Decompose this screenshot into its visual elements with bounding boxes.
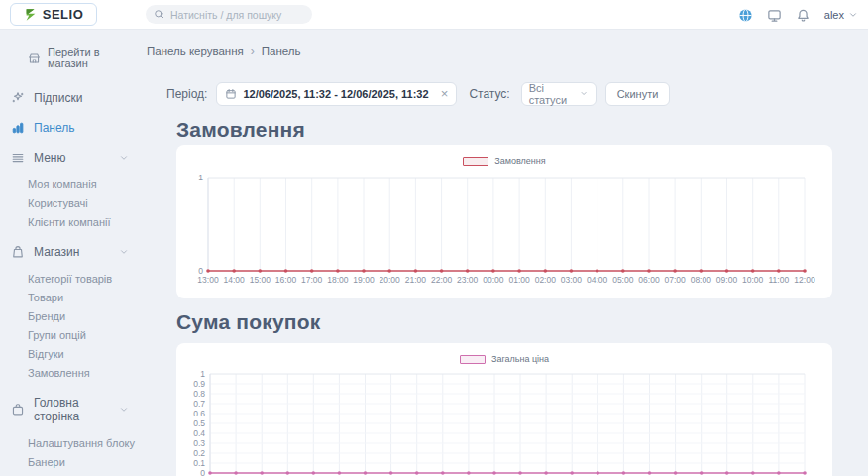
svg-text:04:00: 04:00 [587, 275, 608, 285]
svg-text:0.5: 0.5 [193, 418, 205, 428]
sidebar-subitem[interactable]: Групи опцій [28, 325, 139, 344]
svg-text:14:00: 14:00 [224, 275, 246, 285]
sidebar-item-label: Магазин [34, 245, 110, 259]
bell-icon[interactable] [796, 7, 812, 23]
user-menu[interactable]: alex [824, 9, 858, 21]
period-range-input[interactable]: × [216, 82, 457, 106]
svg-text:12:00: 12:00 [794, 275, 815, 285]
svg-text:16:00: 16:00 [275, 275, 297, 285]
svg-text:15:00: 15:00 [250, 275, 271, 285]
svg-text:08:00: 08:00 [691, 275, 712, 285]
sidebar-subitem[interactable]: Користувачі [28, 193, 139, 212]
main-content: Панель керування › Панель Період: × Стат… [139, 30, 868, 476]
sidebar-subitem[interactable]: Бренди [28, 306, 139, 325]
svg-text:0.3: 0.3 [193, 438, 205, 448]
search-box[interactable] [146, 5, 312, 24]
sparkles-icon [11, 91, 25, 105]
svg-text:0.4: 0.4 [193, 428, 205, 438]
sidebar-item-2[interactable]: Меню [0, 143, 139, 173]
purchases-chart-title: Сума покупок [176, 310, 868, 334]
svg-text:23:00: 23:00 [457, 275, 479, 285]
sidebar-subitem[interactable]: Замовлення [28, 363, 139, 382]
bag-icon [11, 245, 25, 259]
chevron-down-icon [119, 405, 129, 415]
svg-text:1: 1 [198, 173, 203, 182]
chevron-down-icon [119, 247, 129, 257]
svg-text:17:00: 17:00 [301, 275, 323, 285]
svg-text:11:00: 11:00 [768, 275, 789, 285]
sidebar-submenu: Моя компаніяКористувачіКлієнти компанії [0, 173, 139, 237]
orders-line-chart: 1013:0014:0015:0016:0017:0018:0019:0020:… [184, 169, 824, 287]
sidebar-subitem[interactable]: Налаштування блоку [28, 433, 139, 452]
breadcrumb-item-panel[interactable]: Панель [262, 45, 301, 57]
sidebar-item-4[interactable]: Головна сторінка [0, 388, 139, 431]
legend-label: Замовлення [494, 156, 545, 166]
purchases-line-chart: 10.90.80.70.60.50.40.30.20.1013:0014:001… [184, 367, 824, 476]
orders-chart-card: Замовлення 1013:0014:0015:0016:0017:0018… [176, 145, 832, 298]
logo-text: SELIO [43, 7, 84, 22]
sidebar-subitem[interactable]: Клієнти компанії [28, 212, 139, 231]
status-label: Статус: [469, 87, 509, 101]
search-icon [154, 9, 164, 20]
legend-swatch [460, 355, 486, 364]
svg-text:0.1: 0.1 [193, 458, 205, 468]
svg-text:18:00: 18:00 [327, 275, 349, 285]
calendar-icon [225, 88, 237, 100]
logo-icon [24, 8, 38, 22]
svg-text:07:00: 07:00 [664, 275, 686, 285]
svg-text:02:00: 02:00 [535, 275, 557, 285]
sidebar-subitem[interactable]: Сторінки [28, 471, 139, 476]
legend-swatch [463, 157, 488, 166]
username: alex [824, 9, 844, 21]
sidebar-item-3[interactable]: Магазин [0, 237, 139, 267]
chevron-down-icon [119, 153, 129, 163]
svg-text:0.6: 0.6 [193, 409, 205, 418]
sidebar-submenu: Категорії товарівТовариБрендиГрупи опцій… [0, 267, 139, 388]
status-select[interactable]: Всі статуси [521, 82, 597, 106]
sidebar-subitem[interactable]: Відгуки [28, 344, 139, 363]
chart-icon [11, 121, 25, 135]
purchases-chart-card: Загальна ціна 10.90.80.70.60.50.40.30.20… [176, 343, 832, 476]
sidebar-item-0[interactable]: Підписки [0, 83, 139, 113]
chevron-down-icon [848, 10, 858, 20]
period-label: Період: [166, 87, 207, 101]
sidebar-nav: ПідпискиПанельМенюМоя компаніяКористувач… [0, 83, 139, 476]
reset-button[interactable]: Скинути [605, 82, 671, 106]
clear-period-icon[interactable]: × [441, 87, 449, 100]
sidebar-item-label: Меню [34, 151, 110, 165]
sidebar-item-label: Головна сторінка [34, 396, 110, 423]
top-header: SELIO alex [0, 0, 868, 30]
globe-icon[interactable] [738, 7, 754, 23]
legend-label: Загальна ціна [491, 354, 549, 364]
search-input[interactable] [170, 9, 299, 21]
chart-legend: Загальна ціна [184, 351, 824, 367]
svg-text:0: 0 [200, 468, 205, 476]
svg-text:13:00: 13:00 [197, 275, 219, 285]
svg-text:21:00: 21:00 [405, 275, 427, 285]
orders-chart-title: Замовлення [176, 118, 868, 142]
svg-text:01:00: 01:00 [508, 275, 530, 285]
svg-text:19:00: 19:00 [353, 275, 375, 285]
sidebar-subitem[interactable]: Категорії товарів [28, 269, 139, 288]
svg-text:20:00: 20:00 [380, 275, 401, 285]
svg-text:09:00: 09:00 [716, 275, 738, 285]
display-icon[interactable] [767, 7, 783, 23]
sidebar-submenu: Налаштування блокуБанериСторінкиНовини/Б… [0, 431, 139, 476]
svg-text:06:00: 06:00 [638, 275, 660, 285]
svg-text:0.9: 0.9 [193, 379, 205, 389]
svg-text:1: 1 [200, 369, 205, 379]
svg-text:03:00: 03:00 [561, 275, 583, 285]
go-to-store-link[interactable]: Перейти в магазин [28, 46, 139, 69]
breadcrumb-separator: › [251, 44, 255, 58]
breadcrumb-item-dashboard[interactable]: Панель керування [147, 45, 244, 57]
sidebar-item-label: Підписки [34, 91, 129, 105]
sidebar-item-label: Панель [34, 121, 129, 135]
sidebar-subitem[interactable]: Товари [28, 288, 139, 306]
period-value-input[interactable] [243, 88, 434, 100]
sidebar-subitem[interactable]: Моя компанія [28, 175, 139, 193]
sidebar-item-1[interactable]: Панель [0, 113, 139, 143]
case-icon [11, 403, 25, 416]
svg-text:10:00: 10:00 [742, 275, 764, 285]
sidebar-subitem[interactable]: Банери [28, 452, 139, 471]
logo[interactable]: SELIO [10, 3, 97, 26]
